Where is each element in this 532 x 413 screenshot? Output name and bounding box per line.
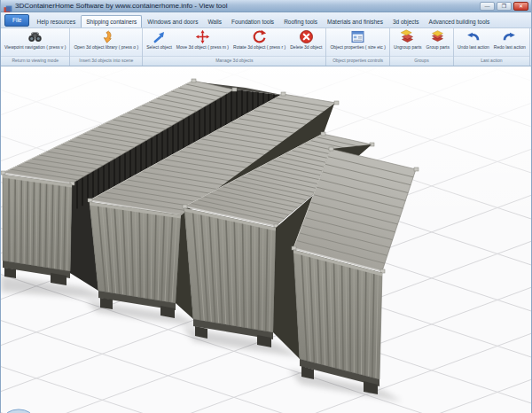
group-layers-icon — [430, 29, 445, 44]
button-label: Viewpoint navigation ( press v ) — [4, 44, 66, 51]
tab-foundation-tools[interactable]: Foundation tools — [227, 16, 278, 27]
app-icon — [4, 2, 12, 11]
button-label: Object properties ( size etc ) — [330, 44, 386, 51]
corner-fitting — [329, 147, 333, 151]
group-name: Return to viewing mode — [1, 56, 69, 66]
group-name: Insert 3d objects into scene — [70, 56, 142, 66]
rotate-3d-object-press-r-button[interactable]: Rotate 3d object ( press r ) — [231, 29, 287, 51]
ungroup-layers-icon — [400, 29, 415, 44]
menu-tab-bar: FileHelp resourcesShipping containersWin… — [1, 12, 531, 28]
corner-fitting — [192, 79, 196, 82]
ribbon-group-insert-3d-objects-into-scene: Open 3d object library ( press o )Insert… — [70, 28, 143, 66]
container-foot — [100, 298, 113, 309]
delete-3d-object-button[interactable]: Delete 3d object — [288, 29, 324, 51]
select-arrow-icon — [152, 29, 167, 44]
close-button[interactable]: ✕ — [513, 2, 528, 11]
corner-fitting — [88, 199, 92, 202]
corner-fitting — [183, 205, 187, 208]
title-bar: 3DContainerHome Software by www.containe… — [1, 0, 531, 12]
corner-fitting — [1, 171, 5, 175]
button-label: Move 3d object ( press m ) — [176, 44, 229, 51]
window-controls: —❐✕ — [480, 2, 528, 11]
properties-window-icon — [350, 29, 365, 44]
container-foot — [4, 268, 16, 278]
ungroup-parts-button[interactable]: Ungroup parts — [392, 29, 424, 51]
button-label: Redo last action — [494, 44, 526, 51]
button-label: Undo last action — [458, 44, 489, 51]
button-label: Delete 3d object — [290, 44, 322, 51]
tab-file[interactable]: File — [4, 14, 29, 27]
corner-fitting — [334, 101, 339, 105]
group-parts-button[interactable]: Group parts — [425, 29, 451, 51]
ribbon-group-last-action: Undo last actionRedo last actionLast act… — [454, 28, 530, 66]
tab-advanced-building-tools[interactable]: Advanced building tools — [425, 16, 495, 27]
group-name: Object properties controls — [326, 56, 389, 66]
corner-fitting — [232, 88, 237, 91]
tab-help-resources[interactable]: Help resources — [32, 16, 80, 27]
undo-last-action-button[interactable]: Undo last action — [456, 29, 491, 51]
move-arrows-icon — [195, 29, 210, 44]
ribbon-group-manage-3d-objects: Select objectMove 3d object ( press m )R… — [143, 28, 326, 66]
3d-viewport[interactable] — [1, 66, 531, 413]
3d-scene[interactable] — [1, 66, 531, 413]
corner-fitting — [321, 132, 325, 136]
button-label: Open 3d object library ( press o ) — [74, 44, 138, 51]
ribbon-group-return-to-viewing-mode: Viewpoint navigation ( press v )Return t… — [1, 28, 70, 66]
tab-roofing-tools[interactable]: Roofing tools — [279, 16, 322, 27]
redo-arrow-icon — [502, 29, 517, 44]
button-label: Select object — [146, 44, 172, 51]
tab-3d-objects[interactable]: 3d objects — [388, 16, 424, 27]
corner-fitting — [281, 92, 286, 96]
app-window: 3DContainerHome Software by www.containe… — [0, 0, 532, 413]
undo-arrow-icon — [466, 29, 481, 44]
select-object-button[interactable]: Select object — [145, 29, 174, 51]
tab-materials-and-finishes[interactable]: Materials and finishes — [323, 16, 387, 27]
corner-fitting — [292, 246, 296, 250]
group-name: Groups — [390, 56, 453, 66]
open-library-icon — [98, 29, 113, 44]
delete-cross-icon — [299, 29, 314, 44]
binoculars-icon — [27, 29, 43, 44]
corner-fitting — [370, 143, 374, 146]
button-label: Rotate 3d object ( press r ) — [233, 44, 286, 51]
viewpoint-navigation-press-v-button[interactable]: Viewpoint navigation ( press v ) — [3, 29, 67, 51]
redo-last-action-button[interactable]: Redo last action — [492, 29, 528, 51]
rotate-arrow-icon — [252, 29, 267, 44]
tab-windows-and-doors[interactable]: Windows and doors — [143, 16, 202, 27]
open-3d-object-library-press-o-button[interactable]: Open 3d object library ( press o ) — [72, 29, 140, 51]
group-name: Manage 3d objects — [143, 56, 325, 66]
ribbon-group-object-properties-controls: Object properties ( size etc )Object pro… — [326, 28, 390, 66]
restore-button[interactable]: ❐ — [497, 2, 512, 11]
ribbon-group-groups: Ungroup partsGroup partsGroups — [390, 28, 454, 66]
minimize-button[interactable]: — — [480, 2, 495, 11]
group-name: Last action — [454, 56, 529, 66]
corner-fitting — [414, 168, 419, 171]
button-label: Group parts — [426, 44, 450, 51]
tab-shipping-containers[interactable]: Shipping containers — [81, 15, 142, 27]
ribbon-toolbar: Viewpoint navigation ( press v )Return t… — [1, 28, 531, 66]
window-title: 3DContainerHome Software by www.containe… — [15, 1, 480, 12]
tab-walls[interactable]: Walls — [203, 16, 226, 27]
button-label: Ungroup parts — [394, 44, 422, 51]
object-properties-size-etc-button[interactable]: Object properties ( size etc ) — [328, 29, 387, 51]
move-3d-object-press-m-button[interactable]: Move 3d object ( press m ) — [175, 29, 231, 51]
